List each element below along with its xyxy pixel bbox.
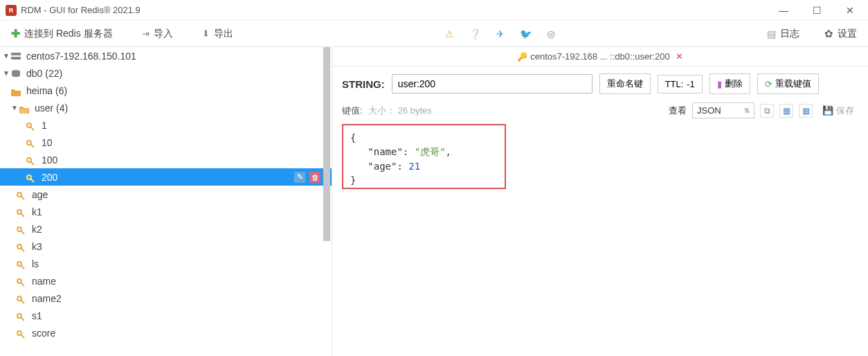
format-select[interactable]: JSON ⇅ (692, 103, 754, 118)
scrollbar[interactable] (322, 47, 330, 356)
tree-key[interactable]: 100 (0, 151, 332, 168)
tab-bar: 🔑 centos7-192.168 ... ::db0::user:200 ✕ (332, 47, 868, 66)
tree-key[interactable]: k3 (0, 238, 332, 255)
svg-line-26 (21, 300, 24, 303)
server-icon (11, 51, 24, 61)
app-icon: R (6, 5, 17, 16)
save-label: 保存 (836, 105, 854, 117)
value-label: 键值: (342, 105, 363, 117)
connect-button[interactable]: ✚ 连接到 Redis 服务器 (7, 24, 117, 43)
delete-key-icon[interactable]: 🗑 (309, 172, 320, 183)
reload-icon: ⟳ (765, 79, 772, 89)
tree-key[interactable]: score (0, 324, 332, 341)
tree-server[interactable]: ▼ centos7-192.168.150.101 (0, 47, 332, 64)
titlebar: R RDM - GUI for Redis® 2021.9 — ☐ ✕ (0, 0, 868, 21)
import-label: 导入 (154, 28, 173, 40)
key-label: name2 (32, 293, 62, 304)
tree-key[interactable]: ls (0, 255, 332, 272)
key-label: name (32, 276, 56, 287)
tree-key[interactable]: 10 (0, 134, 332, 151)
svg-line-28 (21, 317, 24, 321)
key-label: 1 (42, 120, 47, 131)
tree-key[interactable]: k2 (0, 220, 332, 238)
json-text: { (350, 132, 356, 143)
json-text: "age" (368, 161, 397, 172)
key-label: k3 (32, 241, 42, 252)
scrollbar-thumb[interactable] (323, 47, 330, 241)
svg-line-22 (21, 265, 24, 269)
tree-folder-user[interactable]: ▼ user (4) (0, 99, 332, 116)
tab-close-icon[interactable]: ✕ (676, 51, 683, 62)
tree-key[interactable]: age (0, 186, 332, 203)
key-label: ls (32, 258, 39, 269)
log-button[interactable]: ▤ 日志 (763, 25, 804, 43)
twitter-icon[interactable]: 🐦 (520, 28, 532, 39)
action-button-2[interactable]: ▦ (799, 104, 813, 118)
help-icon[interactable]: ❔ (469, 28, 481, 39)
settings-button[interactable]: ✿ 设置 (820, 25, 861, 43)
key-icon (26, 155, 39, 165)
tree-key-selected[interactable]: 200 ✎ 🗑 (0, 168, 332, 186)
json-text: "虎哥" (415, 146, 446, 157)
server-label: centos7-192.168.150.101 (26, 51, 136, 62)
app-title: RDM - GUI for Redis® 2021.9 (21, 5, 777, 15)
reload-button[interactable]: ⟳重载键值 (757, 73, 819, 94)
telegram-icon[interactable]: ✈ (496, 28, 505, 39)
tree-key[interactable]: k1 (0, 203, 332, 220)
tree-key[interactable]: s1 (0, 307, 332, 324)
key-icon (26, 172, 39, 182)
key-header: STRING: 重命名键 TTL:-1 ▮删除 ⟳重载键值 (332, 66, 868, 101)
database-icon (11, 69, 24, 78)
key-icon (26, 138, 39, 148)
folder-label: heima (6) (26, 85, 67, 96)
key-label: score (32, 328, 55, 339)
save-button[interactable]: 💾 保存 (818, 103, 858, 118)
window-controls: — ☐ ✕ (777, 5, 862, 16)
close-button[interactable]: ✕ (843, 5, 857, 16)
delete-icon: ▮ (717, 79, 722, 89)
tab-key[interactable]: 🔑 centos7-192.168 ... ::db0::user:200 ✕ (517, 51, 683, 62)
svg-line-8 (30, 144, 34, 148)
maximize-button[interactable]: ☐ (810, 5, 824, 16)
svg-line-10 (30, 161, 34, 165)
rename-button[interactable]: 重命名键 (599, 73, 651, 94)
json-text: } (350, 175, 356, 186)
tree-key[interactable]: 1 (0, 116, 332, 134)
collapse-arrow-icon: ▼ (3, 69, 11, 77)
delete-button[interactable]: ▮删除 (709, 73, 750, 94)
json-text: "name" (368, 146, 403, 157)
copy-button[interactable]: ⧉ (760, 104, 774, 118)
log-icon: ▤ (767, 28, 776, 39)
sync-icon[interactable]: ◎ (547, 28, 555, 39)
tree-db[interactable]: ▼ db0 (22) (0, 64, 332, 82)
json-text: 21 (408, 161, 420, 172)
chevron-updown-icon: ⇅ (744, 107, 750, 114)
import-button[interactable]: ⇥ 导入 (138, 25, 177, 43)
plus-icon: ✚ (11, 27, 20, 40)
export-label: 导出 (214, 28, 233, 40)
tree-key[interactable]: name2 (0, 290, 332, 307)
ttl-button[interactable]: TTL:-1 (658, 75, 703, 94)
key-label: k1 (32, 206, 42, 217)
export-button[interactable]: ⬇ 导出 (198, 25, 237, 43)
edit-key-icon[interactable]: ✎ (294, 172, 305, 183)
key-name-input[interactable] (392, 74, 593, 94)
svg-line-6 (30, 127, 34, 130)
action-button-1[interactable]: ▦ (779, 104, 793, 118)
svg-line-18 (21, 231, 24, 234)
svg-point-4 (12, 74, 20, 77)
value-editor[interactable]: { "name": "虎哥", "age": 21 } (342, 124, 506, 189)
warning-icon[interactable]: ⚠ (445, 28, 454, 39)
tree-folder-heima[interactable]: heima (6) (0, 82, 332, 99)
main-area: ▼ centos7-192.168.150.101 ▼ db0 (22) hei… (0, 47, 868, 356)
folder-open-icon (19, 103, 32, 113)
key-label: age (32, 189, 48, 200)
content-panel: 🔑 centos7-192.168 ... ::db0::user:200 ✕ … (332, 47, 868, 356)
tree-key[interactable]: name (0, 272, 332, 290)
minimize-button[interactable]: — (777, 5, 790, 16)
import-icon: ⇥ (142, 28, 150, 39)
svg-rect-1 (11, 57, 21, 60)
sidebar: ▼ centos7-192.168.150.101 ▼ db0 (22) hei… (0, 47, 332, 356)
svg-line-16 (21, 213, 24, 217)
folder-icon (11, 86, 24, 96)
